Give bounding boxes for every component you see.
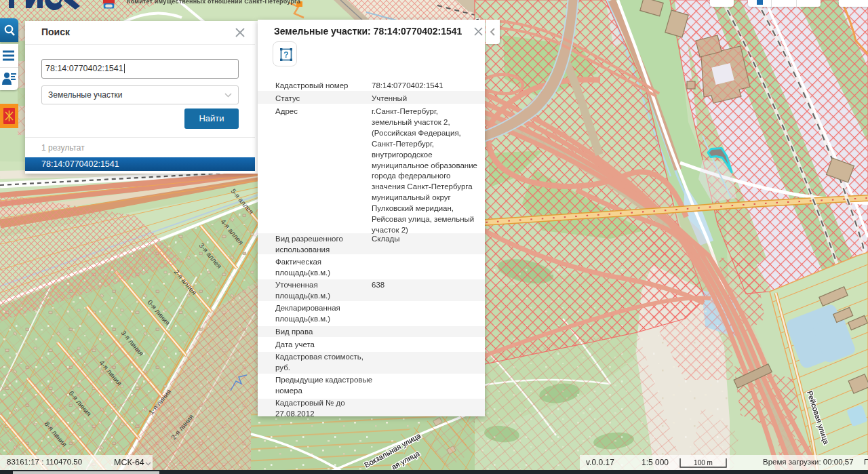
svg-text:?: ? <box>283 50 288 60</box>
svg-text:100 m: 100 m <box>694 459 713 467</box>
